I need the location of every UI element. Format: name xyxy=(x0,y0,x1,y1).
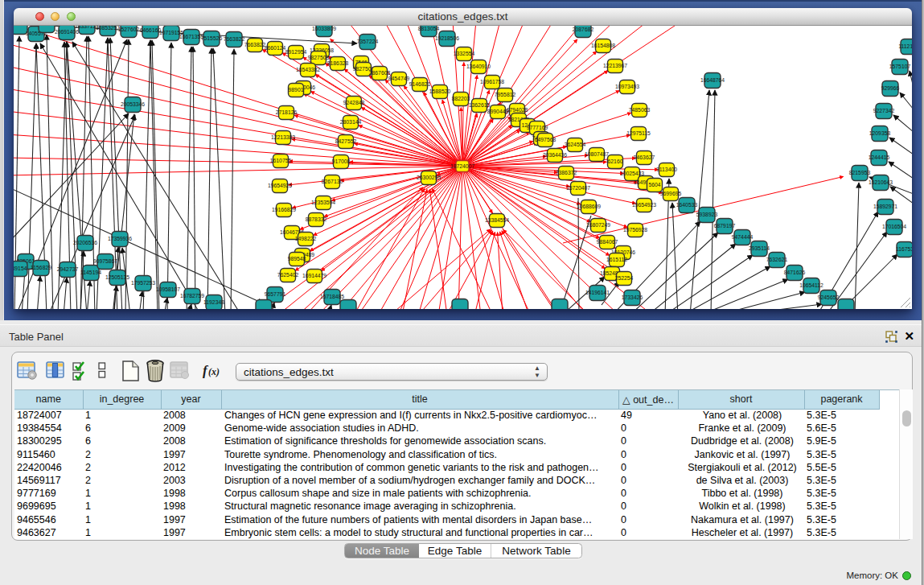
svg-text:9146821: 9146821 xyxy=(409,81,431,87)
svg-text:10961758: 10961758 xyxy=(480,79,504,84)
svg-text:6879197: 6879197 xyxy=(714,223,736,229)
svg-text:16210643: 16210643 xyxy=(869,179,893,185)
svg-text:7515526: 7515526 xyxy=(201,35,223,41)
svg-text:1733426: 1733426 xyxy=(622,295,643,300)
svg-text:98901: 98901 xyxy=(289,87,304,93)
svg-text:20206536: 20206536 xyxy=(73,240,97,245)
svg-text:(x): (x) xyxy=(208,366,220,377)
svg-text:929966: 929966 xyxy=(881,85,900,91)
svg-text:9884067: 9884067 xyxy=(597,239,618,245)
svg-text:20364436: 20364436 xyxy=(543,152,567,158)
svg-text:16033809: 16033809 xyxy=(312,26,336,31)
svg-text:116753: 116753 xyxy=(896,246,912,252)
svg-text:16154808: 16154808 xyxy=(591,43,615,48)
svg-text:16671355: 16671355 xyxy=(179,34,203,39)
svg-text:7357224: 7357224 xyxy=(357,39,379,44)
svg-text:17016504: 17016504 xyxy=(882,224,906,229)
svg-text:8878332: 8878332 xyxy=(306,216,327,222)
svg-text:8813054: 8813054 xyxy=(418,26,440,31)
svg-text:1112174: 1112174 xyxy=(898,43,912,49)
svg-text:9699695: 9699695 xyxy=(660,191,682,196)
svg-text:19166829: 19166829 xyxy=(272,207,296,212)
svg-text:13384554: 13384554 xyxy=(485,217,509,223)
svg-text:9777169: 9777169 xyxy=(527,125,548,130)
svg-text:9827503: 9827503 xyxy=(308,55,330,60)
svg-text:62160: 62160 xyxy=(608,159,623,164)
svg-text:16807249: 16807249 xyxy=(586,222,610,228)
svg-text:2867608: 2867608 xyxy=(369,70,391,76)
svg-text:7386372: 7386372 xyxy=(556,170,577,175)
svg-text:8427552: 8427552 xyxy=(335,138,357,144)
svg-text:2087682: 2087682 xyxy=(573,27,594,32)
svg-text:9245652: 9245652 xyxy=(818,295,840,300)
svg-text:10654112: 10654112 xyxy=(799,282,823,288)
svg-text:20691406: 20691406 xyxy=(55,29,79,35)
svg-text:16648764: 16648764 xyxy=(700,77,725,83)
svg-text:15718485: 15718485 xyxy=(320,294,344,299)
svg-text:19654923: 19654923 xyxy=(632,202,656,208)
svg-text:9657791: 9657791 xyxy=(265,291,286,297)
svg-text:1527602: 1527602 xyxy=(118,27,140,32)
svg-text:1362615: 1362615 xyxy=(469,102,491,108)
svg-text:7625402: 7625402 xyxy=(277,272,299,278)
svg-text:9463627: 9463627 xyxy=(634,154,655,160)
svg-text:10853257: 10853257 xyxy=(96,26,120,31)
svg-text:1610755: 1610755 xyxy=(270,158,292,163)
svg-text:7632621: 7632621 xyxy=(766,257,788,262)
svg-text:2803144: 2803144 xyxy=(340,119,362,125)
svg-text:6466160: 6466160 xyxy=(140,27,162,33)
svg-text:39154: 39154 xyxy=(14,266,27,271)
svg-text:14196141: 14196141 xyxy=(585,290,610,295)
svg-text:1615112: 1615112 xyxy=(606,257,627,262)
svg-text:12213967: 12213967 xyxy=(603,63,627,68)
svg-text:1192348: 1192348 xyxy=(203,299,224,305)
svg-text:18724007: 18724007 xyxy=(450,163,474,169)
svg-text:12353594: 12353594 xyxy=(311,200,335,205)
svg-text:10958107: 10958107 xyxy=(156,286,180,292)
svg-text:17957253: 17957253 xyxy=(131,280,155,286)
svg-text:8215953: 8215953 xyxy=(849,170,871,175)
svg-text:7485063: 7485063 xyxy=(629,107,651,113)
svg-text:1209358: 1209358 xyxy=(869,130,891,136)
svg-text:10973493: 10973493 xyxy=(615,84,639,89)
svg-text:16782759: 16782759 xyxy=(180,293,204,299)
svg-text:989548: 989548 xyxy=(288,256,306,262)
svg-text:3624554: 3624554 xyxy=(565,142,586,147)
svg-text:252254: 252254 xyxy=(615,275,634,281)
svg-text:20053346: 20053346 xyxy=(121,101,145,107)
svg-text:1640533: 1640533 xyxy=(676,202,698,208)
svg-text:8454749: 8454749 xyxy=(388,76,410,81)
svg-text:1588520: 1588520 xyxy=(429,89,451,94)
svg-text:8912954: 8912954 xyxy=(285,49,307,55)
svg-text:5938923: 5938923 xyxy=(696,212,718,217)
svg-text:7663822: 7663822 xyxy=(244,42,266,47)
svg-text:1498222: 1498222 xyxy=(295,236,317,241)
svg-text:1156829: 1156829 xyxy=(31,265,51,270)
svg-text:8471626: 8471626 xyxy=(784,270,806,275)
svg-text:10688609: 10688609 xyxy=(577,204,601,209)
svg-text:2718126: 2718126 xyxy=(276,109,298,115)
svg-text:8660124: 8660124 xyxy=(265,45,286,51)
svg-text:16914479: 16914479 xyxy=(302,273,326,278)
svg-text:12505135: 12505135 xyxy=(105,274,129,280)
svg-text:19756928: 19756928 xyxy=(623,227,647,233)
svg-text:9242848: 9242848 xyxy=(343,100,365,105)
svg-text:1244415: 1244415 xyxy=(869,154,890,160)
svg-text:5604: 5604 xyxy=(648,182,660,187)
svg-text:12975115: 12975115 xyxy=(626,130,651,136)
svg-text:8267130: 8267130 xyxy=(322,179,343,184)
svg-text:19218506: 19218506 xyxy=(435,35,459,41)
svg-text:9474444: 9474444 xyxy=(732,234,754,240)
svg-text:26300295: 26300295 xyxy=(417,175,441,180)
svg-text:7955812: 7955812 xyxy=(495,92,516,97)
svg-text:16543382: 16543382 xyxy=(296,67,320,72)
svg-text:2935114: 2935114 xyxy=(749,245,770,251)
svg-text:882203: 882203 xyxy=(452,96,470,101)
svg-text:917008: 917008 xyxy=(332,159,351,164)
svg-text:15720407: 15720407 xyxy=(566,185,590,191)
svg-text:90975867: 90975867 xyxy=(93,258,117,264)
svg-text:13640910: 13640910 xyxy=(466,64,491,69)
svg-text:2942737: 2942737 xyxy=(57,266,79,272)
svg-text:15892971: 15892971 xyxy=(873,204,897,209)
svg-text:1145194: 1145194 xyxy=(80,270,101,275)
